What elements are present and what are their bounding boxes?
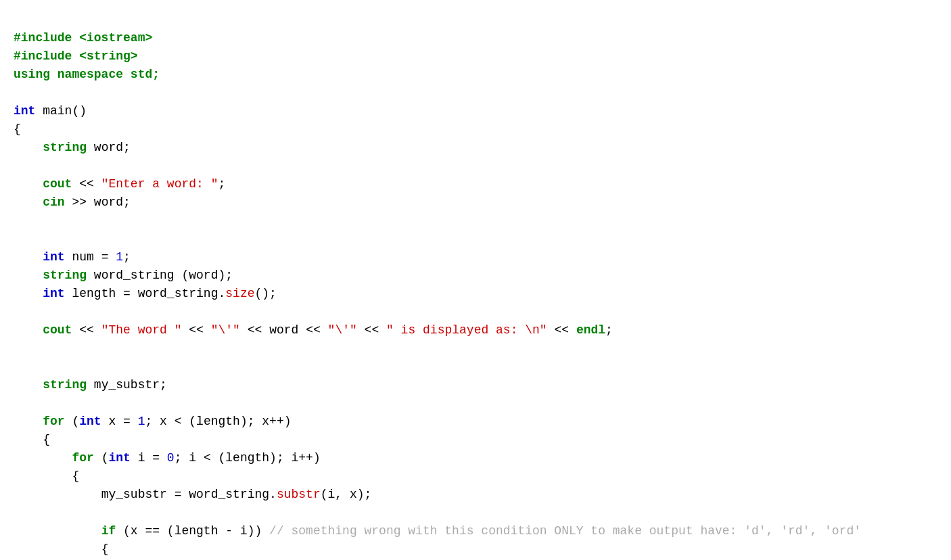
string-is-displayed: " is displayed as: \n" (386, 323, 547, 337)
word-string-ref-1: word_string. (138, 287, 226, 300)
for-2-paren: ( (94, 451, 109, 465)
cin-1: cin (43, 195, 64, 209)
my-substr-assign: my_substr (101, 488, 175, 501)
include-string: #include <string> (14, 49, 138, 63)
keyword-int-num: int (43, 250, 64, 264)
include-iostream: #include <iostream> (14, 31, 152, 45)
op-eq-3: = (123, 415, 138, 428)
for-2-rest: ; i < (length); i++) (175, 451, 321, 465)
word-string-decl: word_string (word); (87, 269, 233, 282)
for-1-rest: ; x < (length); x++) (145, 415, 291, 428)
keyword-string-2: string (43, 269, 87, 282)
op-4: << (181, 323, 210, 337)
brace-for2-open: { (72, 469, 79, 483)
keyword-int-x: int (79, 415, 101, 428)
keyword-int-main: int (14, 104, 35, 118)
brace-if-open: { (101, 542, 109, 556)
for-1-paren: ( (65, 415, 80, 428)
semi-2: ; (123, 250, 131, 264)
string-enter: "Enter a word: " (101, 177, 218, 191)
string-the-word: "The word " (101, 323, 182, 337)
var-word-decl: word; (87, 141, 131, 154)
semi-3: ; (605, 323, 613, 337)
length-decl: length (65, 287, 123, 300)
keyword-string-1: string (43, 141, 87, 154)
literal-2: 1 (138, 415, 145, 428)
op-6: << (298, 323, 327, 337)
op-eq-4: = (152, 451, 167, 465)
keyword-int-i: int (108, 451, 130, 465)
if-condition: (x == (length - i)) (116, 524, 269, 538)
code-editor: #include <iostream> #include <string> us… (14, 11, 937, 560)
keyword-int-length: int (43, 287, 64, 300)
semi-1: ; (218, 177, 225, 191)
substr-args: (i, x); (321, 488, 372, 501)
var-word-cin: word; (94, 195, 131, 209)
size-parens: (); (255, 287, 277, 300)
brace-for1-open: { (43, 433, 50, 446)
op-eq-2: = (123, 287, 138, 300)
op-eq-1: = (101, 250, 116, 264)
op-3: << (72, 323, 101, 337)
for-2: for (72, 451, 93, 465)
size-call: size (225, 287, 254, 300)
string-quote2: "\'" (328, 323, 357, 337)
op-8: << (547, 323, 576, 337)
endl-1: endl (576, 323, 605, 337)
main-func: main() (35, 104, 87, 118)
op-1: << (72, 177, 101, 191)
my-substr-decl: my_substr; (87, 378, 167, 392)
op-eq-5: = (175, 488, 189, 501)
op-5: << (240, 323, 269, 337)
word-ref-1: word (269, 323, 298, 337)
op-2: >> (65, 195, 94, 209)
for-2-body: i (131, 451, 152, 465)
keyword-string-3: string (43, 378, 87, 392)
for-1: for (43, 415, 64, 428)
substr-call: substr (277, 488, 321, 501)
using-namespace: using namespace std; (14, 68, 160, 81)
literal-1: 1 (116, 250, 123, 264)
comment-1: // something wrong with this condition O… (269, 524, 861, 538)
op-7: << (357, 323, 386, 337)
cout-1: cout (43, 177, 72, 191)
cout-2: cout (43, 323, 72, 337)
brace-open-main: { (14, 122, 21, 136)
if-stmt: if (101, 524, 116, 538)
num-decl: num (65, 250, 101, 264)
string-quote1: "\'" (211, 323, 240, 337)
literal-3: 0 (167, 451, 175, 465)
word-string-ref-2: word_string. (189, 488, 277, 501)
for-1-body: x (101, 415, 123, 428)
